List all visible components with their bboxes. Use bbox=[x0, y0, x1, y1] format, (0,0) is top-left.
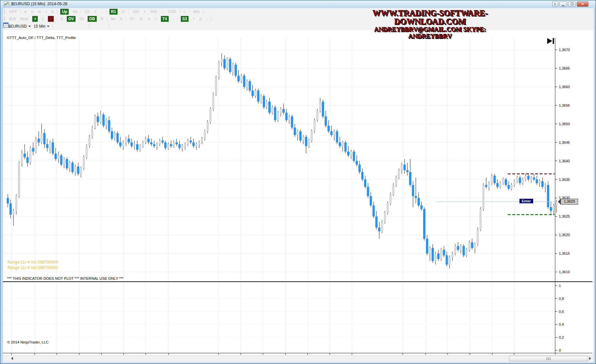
tb2-item-7-OV[interactable]: OV bbox=[67, 16, 76, 22]
toolbar-grip[interactable] bbox=[4, 17, 6, 21]
price-tick-label: 1,3650 bbox=[559, 122, 570, 126]
tb2-item-25--[interactable]: - bbox=[204, 17, 210, 21]
lower-tick-label: 0 bbox=[559, 348, 561, 352]
toolbar-grip[interactable] bbox=[4, 9, 6, 14]
chart-plot-area[interactable] bbox=[3, 30, 594, 364]
tb2-item-10-R[interactable]: R bbox=[98, 17, 106, 21]
tb2-item-2-+[interactable]: + bbox=[32, 16, 38, 22]
range-text-1: Range:11/-4 Vol:356700000 bbox=[7, 260, 58, 264]
tb2-separator bbox=[107, 17, 107, 21]
tb1-item-9-bd[interactable]: bd bbox=[70, 9, 79, 14]
tb1-item-16-r2[interactable]: r2 bbox=[119, 9, 127, 14]
tb1-item-22-1500[interactable]: 1500 bbox=[165, 9, 178, 14]
zoom-out-icon[interactable] bbox=[80, 23, 87, 29]
market-depth-icon[interactable] bbox=[111, 23, 118, 29]
tb1-separator bbox=[106, 9, 106, 14]
tb2-item-16-S-[interactable]: S- bbox=[137, 17, 146, 21]
tb2-item-17-a[interactable]: a bbox=[146, 17, 152, 21]
title-bar[interactable]: $EURUSD (15 Min) 2014-05-28 L ▁ ❐ ✕ bbox=[0, 0, 596, 8]
watermark: WWW.TRADING-SOFTWARE-DOWNLOAD.COM ANDREY… bbox=[354, 9, 507, 40]
indicator-label: ©TTT_Auto_OF / TTT_Delta, TTT_Profile bbox=[7, 36, 76, 40]
price-tick-label: 1,3645 bbox=[559, 141, 570, 144]
interval-dropdown[interactable]: 15 Min bbox=[32, 24, 51, 29]
scrollbar-thumb[interactable] bbox=[509, 356, 588, 361]
horizontal-scrollbar[interactable] bbox=[3, 355, 594, 362]
tb2-item-19-T4[interactable]: T4 bbox=[161, 16, 169, 22]
tb1-item-24-c[interactable]: c bbox=[181, 9, 188, 14]
close-button[interactable]: ✕ bbox=[577, 1, 589, 7]
scroll-right-icon[interactable] bbox=[589, 357, 591, 360]
tb2-item-13-X[interactable]: X bbox=[118, 17, 125, 21]
price-tick-label: 1,3665 bbox=[559, 66, 570, 70]
price-tick-label: 1,3655 bbox=[559, 103, 570, 107]
tb1-item-3-o[interactable]: o bbox=[29, 9, 36, 14]
tb2-item-20--[interactable]: - bbox=[170, 17, 176, 21]
instrument-dropdown[interactable]: $EURUSD bbox=[7, 24, 32, 29]
tb2-separator bbox=[126, 17, 126, 21]
go-to-last-bar-icon[interactable] bbox=[546, 37, 556, 45]
lower-tick-label: 1 bbox=[559, 284, 561, 288]
tb2-item-12-be[interactable]: be bbox=[108, 17, 117, 21]
separator bbox=[89, 24, 89, 29]
tb2-item-24-p[interactable]: p bbox=[197, 17, 204, 21]
price-tick-label: 1,3640 bbox=[559, 159, 570, 163]
tb1-item-13--[interactable]: - bbox=[99, 9, 105, 14]
restore-button[interactable]: ❐ bbox=[568, 1, 576, 7]
tb1-item-19-+[interactable]: + bbox=[141, 9, 148, 14]
separator bbox=[52, 24, 52, 29]
tb1-item-20-500[interactable]: 500 bbox=[148, 9, 159, 14]
app-icon bbox=[4, 2, 9, 7]
lower-tick-label: 0,2 bbox=[559, 335, 564, 339]
pencil-icon[interactable] bbox=[63, 23, 70, 29]
tb2-item-22-S3[interactable]: S3 bbox=[181, 16, 189, 22]
tb1-item-12-+[interactable]: + bbox=[92, 9, 99, 14]
chart-style-icon[interactable] bbox=[55, 23, 61, 29]
chevron-down-icon bbox=[47, 26, 50, 27]
tb1-item-26-atm[interactable]: atm bbox=[191, 9, 202, 14]
tb2-separator bbox=[211, 17, 211, 21]
tb1-separator bbox=[180, 9, 180, 14]
tb1-item-8-Up[interactable]: Up bbox=[60, 9, 69, 15]
tb2-item-18-+[interactable]: + bbox=[152, 17, 159, 21]
data-box-icon[interactable] bbox=[100, 23, 106, 29]
grid-icon[interactable] bbox=[145, 23, 152, 29]
cursor-icon[interactable] bbox=[92, 23, 98, 29]
tb2-item-1-Bear[interactable]: Bear bbox=[18, 17, 31, 21]
link-button[interactable]: L bbox=[552, 1, 558, 7]
tb1-separator bbox=[57, 9, 57, 14]
price-tick-label: 1,3615 bbox=[559, 251, 570, 255]
window-title: $EURUSD (15 Min) 2014-05-28 bbox=[11, 2, 67, 6]
tb2-item-0-Bull[interactable]: Bull bbox=[7, 17, 18, 21]
tb2-item-9-OB[interactable]: OB bbox=[88, 16, 97, 22]
tb1-item-15-R1[interactable]: R1 bbox=[109, 9, 118, 15]
range-text-2: Range:11/-4 Vol:356700000 bbox=[7, 265, 58, 270]
tb1-separator bbox=[21, 9, 21, 14]
indicators-icon[interactable] bbox=[128, 23, 135, 29]
tb2-item-8-Ot[interactable]: Ot bbox=[77, 17, 86, 21]
tb1-item-11-Q1[interactable]: Q1 bbox=[82, 9, 92, 14]
chart-trader-icon[interactable] bbox=[120, 23, 126, 29]
tb1-item-18-100[interactable]: 100 bbox=[130, 9, 141, 14]
minimize-button[interactable]: ▁ bbox=[559, 1, 567, 7]
tb2-separator bbox=[177, 17, 178, 21]
tb2-item-3-L[interactable]: L bbox=[39, 17, 46, 21]
tb1-item-2-e[interactable]: e bbox=[22, 9, 29, 14]
tb1-item-6-b[interactable]: b bbox=[49, 9, 56, 14]
price-tick-label: 1,3610 bbox=[559, 270, 570, 274]
tb1-item-4-m[interactable]: m bbox=[35, 9, 43, 14]
price-tick-label: 1,3630 bbox=[559, 196, 570, 200]
tb1-separator bbox=[189, 9, 190, 14]
account-icon[interactable]: $ bbox=[137, 23, 143, 29]
tb1-item-21--[interactable]: - bbox=[159, 9, 165, 14]
tb1-item-5-t[interactable]: t bbox=[43, 9, 49, 14]
tb2-item-23-+[interactable]: + bbox=[190, 17, 197, 21]
tb2-item-15-S+[interactable]: S+ bbox=[128, 17, 137, 21]
instrument-label: $EURUSD bbox=[8, 24, 27, 29]
client-area: OFFeomtbUpbdQ1+-R1r2100+500-1500catm Bul… bbox=[3, 8, 594, 362]
lower-tick-label: 0,4 bbox=[559, 322, 564, 326]
tb2-item-4--[interactable]: - bbox=[48, 16, 54, 22]
zoom-in-icon[interactable] bbox=[72, 23, 78, 29]
tb2-item-6-d[interactable]: d bbox=[58, 17, 65, 21]
scroll-left-icon[interactable] bbox=[11, 357, 13, 360]
tb1-item-0-OFF[interactable]: OFF bbox=[7, 9, 19, 14]
